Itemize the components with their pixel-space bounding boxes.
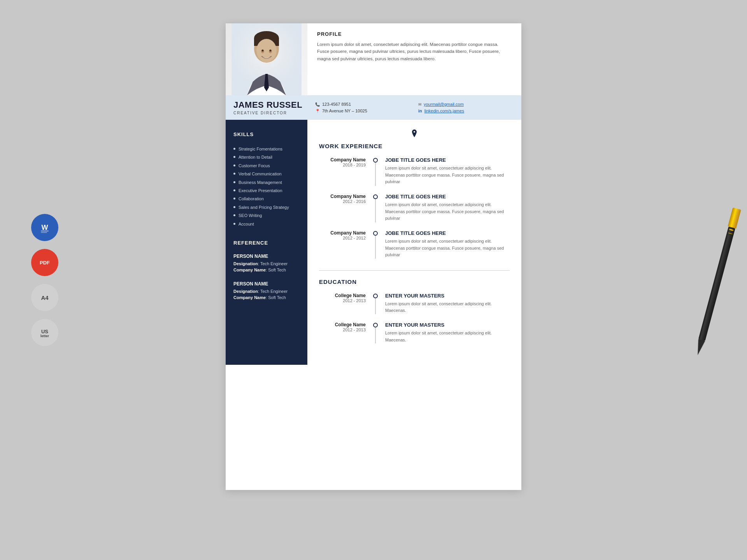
skills-section-title: SKILLS	[233, 131, 300, 139]
company-value-1: Soft Tech	[268, 268, 286, 272]
designation-value-2: Tech Engineer	[260, 289, 288, 294]
word-icon[interactable]: W	[31, 214, 58, 241]
timeline-right-2: JOBE TITLE GOES HERE Lorem ipsum dolor s…	[381, 194, 510, 222]
timeline-line-2	[375, 199, 376, 222]
skill-item: Sales and Pricing Strategy	[233, 203, 300, 212]
bullet-icon	[233, 206, 235, 208]
reference-person-1: PERSON NAME Designation: Tech Engineer C…	[233, 254, 300, 273]
a4-icon[interactable]: A4	[31, 284, 58, 311]
skill-label: Business Management	[238, 180, 282, 186]
company-label-2: Company Name	[233, 295, 266, 300]
resume-card: PROFILE Lorem ipsum dolor sit amet, cons…	[226, 23, 521, 490]
skill-label: Sales and Pricing Strategy	[238, 205, 289, 210]
work-item-1: Company Name 2018 - 2019 JOBE TITLE GOES…	[319, 157, 510, 186]
skill-label: SEO Writing	[238, 213, 262, 219]
pdf-icon[interactable]: PDF	[31, 249, 58, 276]
email-address: yourmail@gmail.com	[424, 102, 464, 107]
timeline-line-3	[375, 236, 376, 259]
skill-item: SEO Writing	[233, 212, 300, 220]
education-timeline: College Name 2012 - 2013 ENTER YOUR MAST…	[319, 293, 510, 343]
bullet-icon	[233, 173, 235, 175]
sidebar: SKILLS Strategic Fomentations Attention …	[226, 120, 307, 365]
skill-label: Attention to Detail	[238, 154, 272, 160]
company-value-2: Soft Tech	[268, 295, 286, 300]
timeline-dot-area-2	[370, 194, 381, 222]
location-icon: 📍	[315, 109, 320, 113]
job-title-1: JOBE TITLE GOES HERE	[385, 157, 510, 163]
edu-item-2: College Name 2012 - 2013 ENTER YOUR MAST…	[319, 322, 510, 343]
edu-desc-2: Lorem ipsum dolor sit amet, consectetuer…	[385, 330, 510, 343]
skill-label: Account	[238, 221, 254, 227]
edu-date-1: 2012 - 2013	[319, 298, 366, 303]
main-body: SKILLS Strategic Fomentations Attention …	[226, 120, 521, 365]
timeline-left-2: Company Name 2012 - 2016	[319, 194, 370, 222]
timeline-left-3: Company Name 2012 - 2012	[319, 230, 370, 259]
edu-desc-1: Lorem ipsum dolor sit amet, consectetuer…	[385, 301, 510, 314]
designation-label-2: Designation	[233, 289, 258, 294]
person-title: CREATIVE DIRECTOR	[233, 111, 307, 115]
reference-person-2: PERSON NAME Designation: Tech Engineer C…	[233, 281, 300, 301]
svg-rect-2	[41, 231, 49, 231]
svg-text:US: US	[41, 329, 48, 334]
ref-company-1: Company Name: Soft Tech	[233, 267, 300, 273]
timeline-right-1: JOBE TITLE GOES HERE Lorem ipsum dolor s…	[381, 157, 510, 186]
timeline-dot-area-1	[370, 157, 381, 186]
skill-label: Verbal Communication	[238, 171, 282, 177]
timeline-dot-3	[373, 231, 378, 236]
section-divider	[319, 270, 510, 271]
svg-text:A4: A4	[41, 294, 49, 301]
education-title: EDUCATION	[319, 278, 510, 285]
edu-line-1	[375, 298, 376, 314]
contact-address: 📍 7th Avenue NY – 10025	[315, 108, 410, 113]
profile-text: Lorem ipsum dolor sit amet, consectetuer…	[317, 41, 512, 62]
ref-detail-1: Designation: Tech Engineer	[233, 261, 300, 267]
company-name-1: Company Name	[319, 157, 366, 163]
edu-right-1: ENTER YOUR MASTERS Lorem ipsum dolor sit…	[381, 293, 510, 314]
skill-label: Customer Focus	[238, 163, 270, 169]
edu-right-2: ENTER YOUR MASTERS Lorem ipsum dolor sit…	[381, 322, 510, 343]
reference-section: REFERENCE PERSON NAME Designation: Tech …	[233, 240, 300, 301]
job-desc-3: Lorem ipsum dolor sit amet, consectetuer…	[385, 238, 510, 259]
content-area: WORK EXPERIENCE Company Name 2018 - 2019…	[307, 120, 521, 365]
company-date-2: 2012 - 2016	[319, 199, 366, 204]
job-desc-1: Lorem ipsum dolor sit amet, consectetuer…	[385, 165, 510, 186]
skill-item: Strategic Fomentations	[233, 145, 300, 153]
header-photo	[226, 23, 307, 95]
svg-point-20	[270, 50, 272, 52]
contact-phone: 📞 123-4567 8951	[315, 102, 410, 107]
skill-label: Strategic Fomentations	[238, 146, 282, 152]
phone-number: 123-4567 8951	[322, 102, 351, 107]
ref-name-2: PERSON NAME	[233, 281, 300, 287]
work-experience-title: WORK EXPERIENCE	[319, 143, 510, 149]
name-section: JAMES RUSSEL CREATIVE DIRECTOR	[233, 100, 307, 115]
edu-left-1: College Name 2012 - 2013	[319, 293, 370, 314]
edu-left-2: College Name 2012 - 2013	[319, 322, 370, 343]
company-name-3: Company Name	[319, 230, 366, 236]
person-avatar	[231, 23, 302, 95]
company-date-3: 2012 - 2012	[319, 236, 366, 240]
timeline-dot-area-3	[370, 230, 381, 259]
timeline-right-3: JOBE TITLE GOES HERE Lorem ipsum dolor s…	[381, 230, 510, 259]
job-desc-2: Lorem ipsum dolor sit amet, consectetuer…	[385, 201, 510, 222]
skill-item: Collaboration	[233, 195, 300, 203]
skill-item: Executive Presentation	[233, 187, 300, 195]
edu-dot-area-2	[370, 322, 381, 343]
svg-rect-3	[41, 232, 47, 233]
name-bar: JAMES RUSSEL CREATIVE DIRECTOR 📞 123-456…	[226, 95, 521, 120]
bullet-icon	[233, 164, 235, 166]
company-name-2: Company Name	[319, 194, 366, 199]
designation-value-1: Tech Engineer	[260, 261, 288, 266]
edu-item-1: College Name 2012 - 2013 ENTER YOUR MAST…	[319, 293, 510, 314]
us-letter-icon[interactable]: US letter	[31, 319, 58, 346]
address-text: 7th Avenue NY – 10025	[322, 108, 367, 113]
skill-label: Executive Presentation	[238, 188, 282, 194]
bullet-icon	[233, 148, 235, 150]
degree-title-1: ENTER YOUR MASTERS	[385, 293, 510, 299]
contact-email: ✉ yourmail@gmail.com	[418, 102, 514, 107]
work-item-2: Company Name 2012 - 2016 JOBE TITLE GOES…	[319, 194, 510, 222]
email-icon: ✉	[418, 102, 421, 107]
college-name-2: College Name	[319, 322, 366, 327]
svg-text:W: W	[42, 224, 48, 231]
pen-decoration	[693, 207, 742, 353]
bullet-icon	[233, 223, 235, 225]
